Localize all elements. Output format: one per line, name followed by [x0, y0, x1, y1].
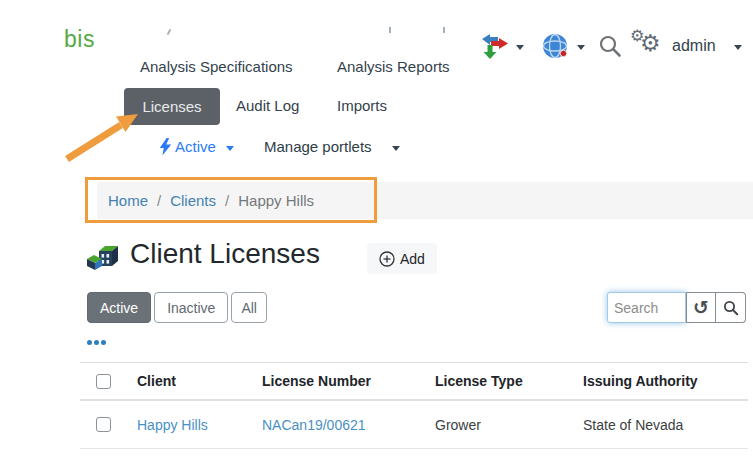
caret-down-icon[interactable] — [226, 146, 234, 151]
gears-icon[interactable]: ⚙ ⚙ — [631, 30, 665, 60]
column-header-client[interactable]: Client — [137, 373, 262, 389]
filter-inactive-button[interactable]: Inactive — [154, 292, 228, 323]
active-view-dropdown[interactable]: Active — [175, 138, 216, 155]
license-type-cell: Grower — [435, 417, 583, 433]
cropped-text-fragment — [167, 29, 172, 35]
caret-down-icon[interactable] — [392, 146, 400, 151]
cropped-text-fragment — [389, 27, 391, 33]
search-icon[interactable] — [598, 34, 622, 62]
user-menu[interactable]: admin — [672, 37, 716, 55]
breadcrumb: Home / Clients / Happy Hills — [97, 182, 753, 219]
table-search: ↺ — [607, 292, 746, 323]
tab-licenses-label: Licenses — [142, 98, 201, 115]
column-header-license-type[interactable]: License Type — [435, 373, 583, 389]
nav-analysis-specifications[interactable]: Analysis Specifications — [140, 58, 293, 75]
filter-active-button[interactable]: Active — [87, 292, 151, 323]
search-input[interactable] — [607, 292, 686, 323]
client-licenses-icon — [87, 243, 121, 278]
nav-analysis-reports[interactable]: Analysis Reports — [337, 58, 450, 75]
globe-icon[interactable] — [542, 33, 569, 64]
breadcrumb-current-page: Happy Hills — [238, 192, 314, 209]
transfer-arrows-icon[interactable] — [481, 33, 509, 64]
license-number-link[interactable]: NACan19/00621 — [262, 417, 435, 433]
overflow-menu-icon[interactable] — [87, 340, 106, 345]
circle-plus-icon — [379, 251, 395, 267]
issuing-authority-cell: State of Nevada — [583, 417, 748, 433]
tab-audit-log[interactable]: Audit Log — [236, 97, 299, 114]
search-submit-button[interactable] — [716, 292, 746, 323]
reset-icon: ↺ — [693, 298, 709, 317]
column-header-license-number[interactable]: License Number — [262, 373, 435, 389]
client-link[interactable]: Happy Hills — [137, 417, 262, 433]
breadcrumb-clients-link[interactable]: Clients — [170, 192, 216, 209]
brand-logo[interactable]: bis — [64, 26, 95, 53]
caret-down-icon[interactable] — [516, 45, 524, 50]
search-icon — [723, 300, 739, 316]
caret-down-icon[interactable] — [577, 45, 585, 50]
filter-all-button[interactable]: All — [231, 292, 267, 323]
add-button[interactable]: Add — [367, 243, 437, 274]
column-header-issuing-authority[interactable]: Issuing Authority — [583, 373, 748, 389]
status-filter-group: Active Inactive All — [87, 292, 267, 323]
add-button-label: Add — [400, 251, 425, 267]
caret-down-icon[interactable] — [734, 45, 742, 50]
tab-licenses[interactable]: Licenses — [124, 88, 220, 125]
page-title: Client Licenses — [130, 238, 320, 270]
row-checkbox[interactable] — [96, 417, 111, 432]
table-row: Happy Hills NACan19/00621 Grower State o… — [80, 401, 748, 449]
table-header-row: Client License Number License Type Issui… — [80, 363, 748, 401]
lightning-icon — [159, 138, 172, 160]
reset-search-button[interactable]: ↺ — [686, 292, 716, 323]
licenses-table: Client License Number License Type Issui… — [80, 362, 748, 449]
cropped-text-fragment — [443, 27, 445, 33]
select-all-checkbox[interactable] — [96, 374, 111, 389]
breadcrumb-separator: / — [225, 192, 229, 209]
manage-portlets-dropdown[interactable]: Manage portlets — [264, 138, 372, 155]
app-window: bis Analysis Specifications Analysis Rep… — [0, 0, 753, 464]
tab-imports[interactable]: Imports — [337, 97, 387, 114]
breadcrumb-home-link[interactable]: Home — [108, 192, 148, 209]
breadcrumb-separator: / — [157, 192, 161, 209]
